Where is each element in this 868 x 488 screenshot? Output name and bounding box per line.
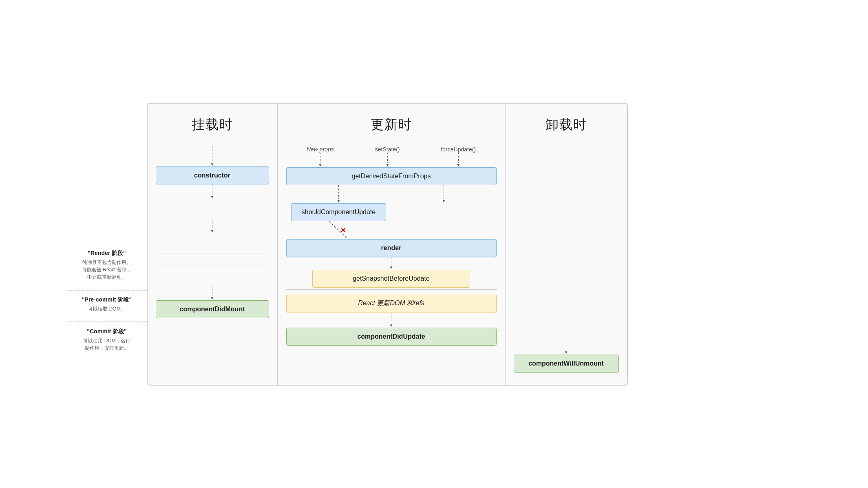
main-container: "Render 阶段" 纯净且不包含副作用。 可能会被 React 暂停， 中止… xyxy=(67,103,801,386)
componentWillUnmount-box: componentWillUnmount xyxy=(514,355,619,373)
unmount-long-arrow: ▼ xyxy=(564,146,568,355)
forceupdate-input: forceUpdate() ▼ xyxy=(441,146,476,167)
cross-arrow-svg: ✕ xyxy=(291,221,386,239)
arrow-to-didUpdate: ▼ xyxy=(389,313,393,328)
getSnapshot-box: getSnapshotBeforeUpdate xyxy=(312,270,470,288)
precommit-phase-label: "Pre-commit 阶段" 可以读取 DOM。 xyxy=(67,296,147,313)
unmount-title: 卸载时 xyxy=(546,116,587,134)
shouldComponentUpdate-box: shouldComponentUpdate xyxy=(291,203,386,221)
unmount-column: 卸载时 ▼ componentWillUnmount xyxy=(506,103,628,386)
getDerived-box: getDerivedStateFromProps xyxy=(286,167,497,185)
mount-title: 挂载时 xyxy=(192,116,233,134)
render-phase-label: "Render 阶段" 纯净且不包含副作用。 可能会被 React 暂停， 中止… xyxy=(67,250,147,281)
cols-area: 挂载时 ▼ constructor ▼ ▼ xyxy=(147,103,801,386)
update-inputs: New props ▼ setState() ▼ forceUpdate() xyxy=(286,146,497,167)
arrows-after-getDerived: ▼ ▼ xyxy=(286,185,497,203)
update-title: 更新时 xyxy=(371,116,412,134)
arrow-top-mount: ▼ xyxy=(210,146,214,166)
reactDom-box: React 更新DOM 和refs xyxy=(286,294,497,313)
dots-divider-2 xyxy=(67,322,147,322)
should-update-row: shouldComponentUpdate ✕ xyxy=(286,203,497,239)
commit-phase-label: "Commit 阶段" 可以使用 DOM，运行 副作用，安排更新。 xyxy=(67,328,147,352)
componentDidUpdate-box: componentDidUpdate xyxy=(286,328,497,346)
arrow-to-snapshot: ▼ xyxy=(389,257,393,270)
arrow-afterDerived-mount: ▼ xyxy=(210,219,214,233)
section-divider-commit-mount xyxy=(156,266,269,266)
snapshot-box-container: getSnapshotBeforeUpdate xyxy=(312,270,470,288)
dots-divider-1 xyxy=(67,290,147,291)
svg-text:✕: ✕ xyxy=(341,227,346,234)
cross-arrow: ✕ xyxy=(291,221,386,239)
constructor-box: constructor xyxy=(156,166,269,184)
setstate-input: setState() ▼ xyxy=(375,146,400,167)
render-box: render xyxy=(286,239,497,257)
section-divider-precommit-mount xyxy=(156,253,269,253)
update-column: 更新时 New props ▼ setState() ▼ xyxy=(277,103,506,386)
commit-divider-update xyxy=(286,289,497,290)
arrow-afterReactDom-mount: ▼ xyxy=(210,286,214,300)
new-props-input: New props ▼ xyxy=(307,146,334,167)
side-labels: "Render 阶段" 纯净且不包含副作用。 可能会被 React 暂停， 中止… xyxy=(67,103,147,386)
mount-column: 挂载时 ▼ constructor ▼ ▼ xyxy=(147,103,277,386)
arrow-constructor: ▼ xyxy=(210,184,214,199)
componentDidMount-box: componentDidMount xyxy=(156,300,269,318)
